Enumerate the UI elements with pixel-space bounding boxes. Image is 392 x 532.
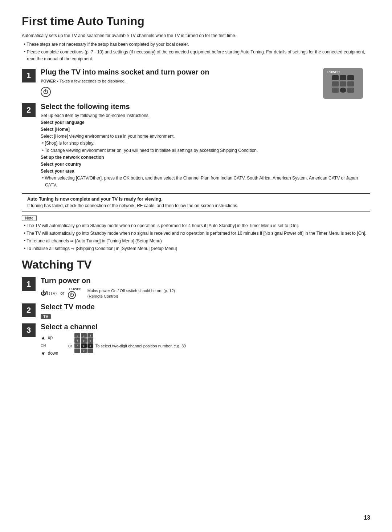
watching-step-1-number: 1 xyxy=(22,277,36,291)
power-switch-icon: ⏻/I xyxy=(41,290,48,296)
step-1-row: 1 Plug the TV into mains socket and turn… xyxy=(22,68,370,99)
step-2-body: Set up each item by following the on-scr… xyxy=(41,112,370,189)
num-6: 6 xyxy=(87,338,93,343)
watching-steps: 1 Turn power on ⏻/I (TV) or POWER xyxy=(22,277,370,358)
page-number: 13 xyxy=(364,515,370,521)
power-icon xyxy=(41,87,51,97)
power-label-small: POWER xyxy=(69,287,82,291)
tv-mode-badge: TV xyxy=(41,314,51,319)
step-1-body: POWER • Takes a few seconds to be displa… xyxy=(41,78,323,97)
note-3: • To retune all channels ⇒ [Auto Tuning]… xyxy=(22,238,370,245)
mains-note-group: Mains power On / Off switch should be on… xyxy=(85,288,175,299)
autotuning-complete-box: Auto Tuning is now complete and your TV … xyxy=(22,193,370,211)
shop-bullet: • [Shop] is for shop display. xyxy=(41,140,370,147)
catv-bullet: • When selecting [CATV/Other], press the… xyxy=(41,175,370,189)
down-label: down xyxy=(48,350,58,358)
up-arrow-icon: ▲ xyxy=(41,333,46,342)
channel-icons-row: ▲ up CH ▼ down or 1 2 xyxy=(41,333,370,358)
autotuning-sub-text: If tuning has failed, check the connecti… xyxy=(27,203,365,208)
first-time-steps: 1 Plug the TV into mains socket and turn… xyxy=(22,68,370,189)
ch-up: ▲ up xyxy=(41,333,53,342)
turn-power-on-row: ⏻/I (TV) or POWER Ma xyxy=(41,287,370,299)
channel-note: To select two-digit channel position num… xyxy=(95,344,186,348)
watching-step-3-content: Select a channel ▲ up CH ▼ down xyxy=(41,323,370,358)
watching-step-3-heading: Select a channel xyxy=(41,323,370,331)
note-section: Note • The TV will automatically go into… xyxy=(22,215,370,253)
tv-label-small: (TV) xyxy=(49,291,57,295)
watching-step-3-row: 3 Select a channel ▲ up CH ▼ down xyxy=(22,323,370,358)
step-1-heading: Plug the TV into mains socket and turn p… xyxy=(41,68,323,76)
power-sub: • Takes a few seconds to be displayed. xyxy=(57,79,126,83)
inline-power-icon xyxy=(68,291,76,299)
step-2-row: 2 Select the following items Set up each… xyxy=(22,102,370,189)
step-2-heading: Select the following items xyxy=(41,102,370,111)
num-hash xyxy=(87,348,93,353)
watching-tv-section: Watching TV 1 Turn power on ⏻/I (TV) or … xyxy=(22,258,370,358)
num-0: 0 xyxy=(81,348,87,353)
power-svg xyxy=(43,89,48,95)
first-time-bullet-1: • These steps are not necessary if the s… xyxy=(22,41,370,48)
step-2-content: Select the following items Set up each i… xyxy=(41,102,370,189)
num-4: 4 xyxy=(74,338,80,343)
remote-power-group: POWER xyxy=(68,287,82,299)
step-2-number: 2 xyxy=(22,103,36,117)
select-language-label: Select your language xyxy=(41,120,85,125)
step-1-content: Plug the TV into mains socket and turn p… xyxy=(41,68,323,97)
watching-step-1-content: Turn power on ⏻/I (TV) or POWER xyxy=(41,277,370,299)
ch-down: ▼ down xyxy=(41,349,58,358)
area-label: Select your area xyxy=(41,169,74,174)
note-label: Note xyxy=(22,215,37,221)
num-8: 8 xyxy=(81,343,87,348)
ch-updown-group: ▲ up CH ▼ down xyxy=(41,333,66,358)
or-label-2: or xyxy=(68,343,72,348)
select-home-label: Select [Home] xyxy=(41,127,70,132)
note-4: • To initialise all settings ⇒ [Shipping… xyxy=(22,245,370,252)
num-9: 9 xyxy=(87,343,93,348)
step-1-number: 1 xyxy=(22,69,36,82)
watching-step-1-heading: Turn power on xyxy=(41,277,370,285)
first-time-bullet-2: • Please complete connections (p. 7 - 10… xyxy=(22,49,370,63)
ch-label: CH xyxy=(41,343,46,349)
autotuning-complete-text: Auto Tuning is now complete and your TV … xyxy=(27,197,163,202)
num-2: 2 xyxy=(81,333,87,338)
watching-step-2-content: Select TV mode TV xyxy=(41,303,370,319)
first-time-intro: Automatically sets up the TV and searche… xyxy=(22,32,370,39)
num-1: 1 xyxy=(74,333,80,338)
watching-step-1-row: 1 Turn power on ⏻/I (TV) or POWER xyxy=(22,277,370,299)
watching-step-2-row: 2 Select TV mode TV xyxy=(22,303,370,319)
number-grid: 1 2 3 4 5 6 7 8 9 xyxy=(74,333,93,348)
num-star xyxy=(74,348,80,353)
num-7: 7 xyxy=(74,343,80,348)
watching-step-2-number: 2 xyxy=(22,303,36,317)
or-label-1: or xyxy=(60,291,64,296)
note-1: • The TV will automatically go into Stan… xyxy=(22,222,370,229)
inline-power-svg xyxy=(70,293,74,298)
first-time-section: First time Auto Tuning Automatically set… xyxy=(22,15,370,252)
power-label: POWER xyxy=(41,79,56,83)
first-time-title: First time Auto Tuning xyxy=(22,15,370,28)
num-5: 5 xyxy=(81,338,87,343)
watching-step-3-number: 3 xyxy=(22,323,36,337)
remote-note: (Remote Control) xyxy=(87,294,118,298)
network-label: Set up the network connection xyxy=(41,155,104,160)
watching-step-2-heading: Select TV mode xyxy=(41,303,370,311)
change-viewing-bullet: • To change viewing environment later on… xyxy=(41,147,370,154)
watching-tv-title: Watching TV xyxy=(22,258,370,271)
remote-power-label: POWER xyxy=(327,70,340,74)
note-2: • The TV will automatically go into Stan… xyxy=(22,230,370,237)
mains-note: Mains power On / Off switch should be on… xyxy=(87,289,175,293)
country-label: Select your country xyxy=(41,162,81,167)
down-arrow-icon: ▼ xyxy=(41,349,46,358)
remote-image: POWER xyxy=(323,68,363,99)
up-label: up xyxy=(48,334,53,342)
number-grid-bottom: 0 xyxy=(74,348,93,353)
select-home-text: Select [Home] viewing environment to use… xyxy=(41,134,175,139)
num-3: 3 xyxy=(87,333,93,338)
power-switch-group: ⏻/I (TV) xyxy=(41,290,57,296)
remote-buttons xyxy=(332,75,354,93)
number-grid-group: 1 2 3 4 5 6 7 8 9 0 xyxy=(74,333,93,353)
